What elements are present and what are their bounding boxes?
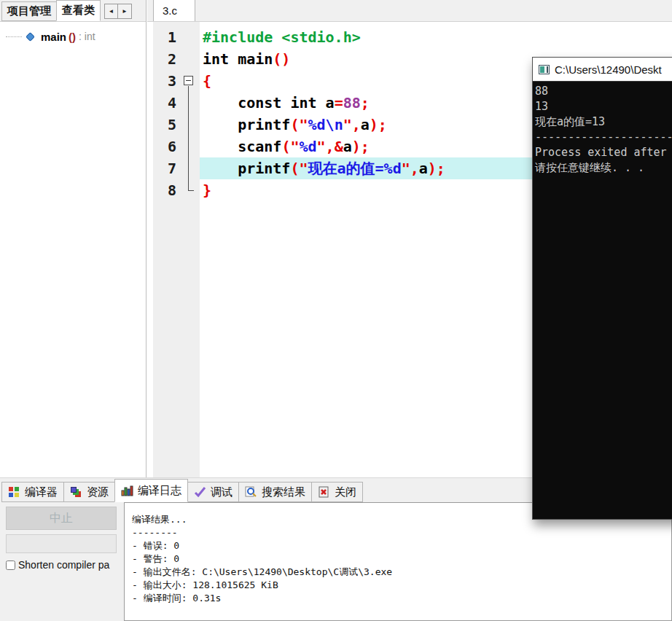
fold-column xyxy=(182,92,200,114)
line-number: 2 xyxy=(147,48,182,70)
tab-compiler-label: 编译器 xyxy=(25,485,58,499)
console-titlebar[interactable]: C:\Users\12490\Deskt xyxy=(533,58,672,82)
tab-class-browser[interactable]: 查看类 xyxy=(56,0,101,21)
compile-log-panel[interactable]: 编译结果... -------- - 错误: 0 - 警告: 0 - 输出文件名… xyxy=(124,502,672,621)
line-number: 1 xyxy=(147,26,182,48)
ide-window: 项目管理 查看类 ◄ ► main () : int xyxy=(0,0,672,621)
tree-item-parens: () xyxy=(69,31,76,43)
grid-icon xyxy=(8,486,20,498)
compile-controls: 中止 Shorten compiler pa xyxy=(0,502,124,621)
compile-progress-bar xyxy=(6,534,117,553)
shorten-paths-label: Shorten compiler pa xyxy=(18,559,109,571)
file-tab-3c[interactable]: 3.c xyxy=(153,0,195,21)
tab-debug[interactable]: 调试 xyxy=(187,482,239,502)
tab-project-manager[interactable]: 项目管理 xyxy=(1,1,57,21)
console-icon xyxy=(539,65,550,74)
line-number: 7 xyxy=(147,157,182,179)
scroll-right-button[interactable]: ► xyxy=(118,4,132,19)
fold-column xyxy=(182,136,200,157)
layers-icon xyxy=(70,486,82,498)
fold-column xyxy=(182,114,200,136)
fold-column xyxy=(182,157,200,179)
console-window: C:\Users\12490\Deskt 88 13 现在a的值=13 ----… xyxy=(532,57,672,520)
shorten-paths-checkbox[interactable] xyxy=(6,561,15,570)
console-title-text: C:\Users\12490\Deskt xyxy=(555,63,662,76)
class-browser-tree: main () : int xyxy=(0,22,146,44)
bar-chart-icon xyxy=(121,485,133,496)
tab-close-label: 关闭 xyxy=(335,485,356,499)
chevron-right-icon: ► xyxy=(122,8,128,15)
line-number: 4 xyxy=(147,92,182,114)
method-icon xyxy=(26,32,35,42)
tab-compile-log[interactable]: 编译日志 xyxy=(114,479,188,502)
scroll-left-button[interactable]: ◄ xyxy=(104,4,118,19)
tab-scroller: ◄ ► xyxy=(104,4,132,19)
tree-item-name: main xyxy=(41,31,66,43)
tab-class-browser-label: 查看类 xyxy=(62,4,95,17)
chevron-left-icon: ◄ xyxy=(109,8,114,15)
bottom-body: 中止 Shorten compiler pa 编译结果... -------- … xyxy=(0,502,672,621)
fold-column xyxy=(182,179,200,201)
tab-compiler[interactable]: 编译器 xyxy=(1,482,64,502)
file-tab-label: 3.c xyxy=(163,4,177,17)
tab-search-results[interactable]: 搜索结果 xyxy=(238,482,312,502)
code-line[interactable]: 1#include <stdio.h> xyxy=(147,26,672,48)
tree-item-main[interactable]: main () : int xyxy=(6,29,146,44)
tab-resources-label: 资源 xyxy=(87,485,109,499)
fold-toggle-icon[interactable] xyxy=(182,70,200,92)
line-number: 8 xyxy=(147,179,182,201)
checkmark-icon xyxy=(194,486,206,498)
close-icon xyxy=(318,486,330,498)
line-number: 5 xyxy=(147,114,182,136)
tree-item-type: : int xyxy=(79,31,95,42)
line-number: 6 xyxy=(147,136,182,157)
fold-column xyxy=(182,48,200,70)
code-text[interactable]: #include <stdio.h> xyxy=(200,26,672,48)
tree-branch-line xyxy=(6,36,22,37)
shorten-paths-row: Shorten compiler pa xyxy=(6,559,118,571)
tab-close[interactable]: 关闭 xyxy=(311,482,363,502)
console-output: 88 13 现在a的值=13 -------------------------… xyxy=(533,82,672,519)
sidebar: 项目管理 查看类 ◄ ► main () : int xyxy=(0,0,146,477)
fold-column xyxy=(182,26,200,48)
abort-button[interactable]: 中止 xyxy=(6,507,117,530)
tab-project-manager-label: 项目管理 xyxy=(7,4,51,18)
tab-search-results-label: 搜索结果 xyxy=(262,485,305,499)
file-tabbar: 3.c xyxy=(147,0,672,22)
search-icon xyxy=(245,486,257,498)
line-number: 3 xyxy=(147,70,182,92)
tab-debug-label: 调试 xyxy=(211,485,233,499)
tab-resources[interactable]: 资源 xyxy=(63,482,115,502)
tab-compile-log-label: 编译日志 xyxy=(138,484,181,498)
sidebar-tabbar: 项目管理 查看类 ◄ ► xyxy=(0,0,146,22)
